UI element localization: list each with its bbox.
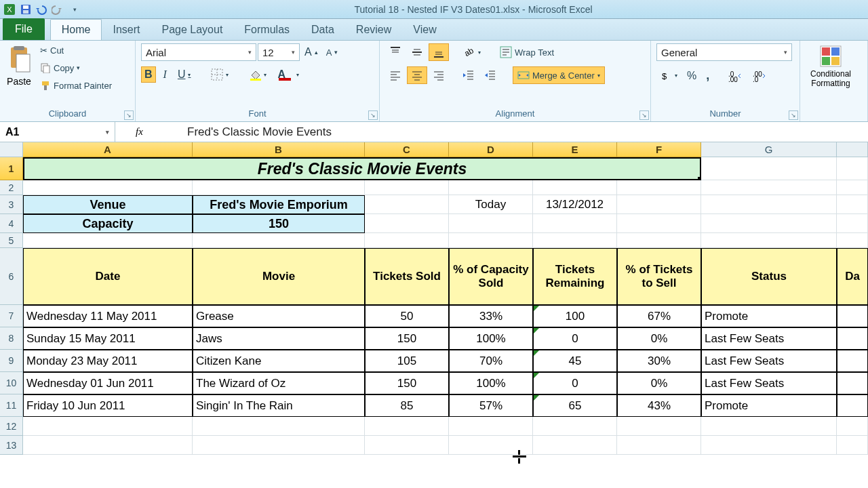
cell-date[interactable]: Monday 23 May 2011 — [23, 350, 193, 372]
today-label-cell[interactable]: Today — [449, 195, 533, 214]
align-top-button[interactable] — [385, 43, 406, 61]
hdr-partial[interactable]: Da — [837, 248, 868, 305]
cell[interactable] — [449, 233, 533, 248]
tab-home[interactable]: Home — [50, 19, 102, 40]
col-header-b[interactable]: B — [193, 142, 365, 157]
venue-cell[interactable]: Fred's Movie Emporium — [193, 195, 365, 214]
cell[interactable] — [701, 436, 837, 455]
cell[interactable] — [837, 350, 868, 372]
cell[interactable] — [837, 157, 868, 180]
italic-button[interactable]: I — [160, 66, 170, 83]
row-header-1[interactable]: 1 — [0, 157, 23, 180]
cell[interactable] — [533, 417, 617, 436]
cell-movie[interactable]: Jaws — [193, 327, 365, 350]
col-header-f[interactable]: F — [617, 142, 701, 157]
cell[interactable] — [193, 417, 365, 436]
hdr-pct-cap[interactable]: % of Capacity Sold — [449, 248, 533, 305]
cell[interactable] — [23, 233, 193, 248]
cell-pct-cap[interactable]: 100% — [449, 372, 533, 394]
decrease-decimal-button[interactable]: .00.0 — [749, 68, 771, 84]
cell[interactable] — [701, 157, 837, 180]
conditional-formatting-button[interactable]: Conditional Formatting — [806, 43, 856, 89]
merge-center-button[interactable]: Merge & Center▾ — [513, 66, 605, 84]
cell[interactable] — [365, 195, 449, 214]
cell[interactable] — [837, 305, 868, 327]
hdr-sold[interactable]: Tickets Sold — [365, 248, 449, 305]
cell[interactable] — [365, 214, 449, 233]
cell[interactable] — [23, 436, 193, 455]
qat-customize-icon[interactable]: ▾ — [68, 3, 81, 16]
cell[interactable] — [837, 327, 868, 350]
accounting-format-button[interactable]: $▾ — [656, 68, 681, 84]
comma-format-button[interactable]: , — [703, 66, 713, 85]
cell[interactable] — [617, 233, 701, 248]
number-format-combo[interactable]: General▾ — [656, 43, 792, 61]
cell[interactable] — [701, 180, 837, 195]
cut-button[interactable]: ✂Cut — [37, 43, 115, 58]
cell-pct-sell[interactable]: 67% — [617, 305, 701, 327]
cell[interactable] — [449, 436, 533, 455]
underline-button[interactable]: U▾ — [174, 66, 195, 83]
cell-sold[interactable]: 150 — [365, 327, 449, 350]
cell-status[interactable]: Last Few Seats — [701, 327, 837, 350]
row-header-11[interactable]: 11 — [0, 394, 23, 417]
bold-button[interactable]: B — [141, 66, 156, 83]
cell-sold[interactable]: 150 — [365, 372, 449, 394]
align-middle-button[interactable] — [407, 43, 427, 61]
cell[interactable] — [23, 180, 193, 195]
row-header-2[interactable]: 2 — [0, 180, 23, 195]
cell[interactable] — [837, 233, 868, 248]
row-header-12[interactable]: 12 — [0, 417, 23, 436]
col-header-c[interactable]: C — [365, 142, 449, 157]
cell[interactable] — [449, 214, 533, 233]
cell-date[interactable]: Wednesday 01 Jun 2011 — [23, 372, 193, 394]
cell[interactable] — [193, 180, 365, 195]
cell[interactable] — [617, 180, 701, 195]
increase-decimal-button[interactable]: .0.00 — [725, 68, 747, 84]
cell[interactable] — [533, 436, 617, 455]
capacity-label-cell[interactable]: Capacity — [23, 214, 193, 233]
cell[interactable] — [837, 417, 868, 436]
cell[interactable] — [617, 436, 701, 455]
borders-button[interactable]: ▾ — [208, 66, 232, 83]
tab-formulas[interactable]: Formulas — [233, 20, 300, 40]
cell[interactable] — [365, 417, 449, 436]
cell-movie[interactable]: Grease — [193, 305, 365, 327]
cell[interactable] — [837, 195, 868, 214]
hdr-status[interactable]: Status — [701, 248, 837, 305]
cell-date[interactable]: Wednesday 11 May 2011 — [23, 305, 193, 327]
increase-indent-button[interactable] — [480, 66, 500, 84]
fill-color-button[interactable]: ▾ — [245, 66, 270, 83]
tab-view[interactable]: View — [402, 20, 447, 40]
row-header-5[interactable]: 5 — [0, 233, 23, 248]
cell-date[interactable]: Sunday 15 May 2011 — [23, 327, 193, 350]
clipboard-launcher[interactable]: ↘ — [124, 110, 134, 120]
cell-remain[interactable]: 0 — [533, 327, 617, 350]
save-icon[interactable] — [19, 3, 33, 16]
font-launcher[interactable]: ↘ — [368, 110, 378, 120]
row-header-3[interactable]: 3 — [0, 195, 23, 214]
align-right-button[interactable] — [429, 66, 449, 84]
cell[interactable] — [617, 195, 701, 214]
hdr-pct-sell[interactable]: % of Tickets to Sell — [617, 248, 701, 305]
cell-remain[interactable]: 45 — [533, 350, 617, 372]
cell[interactable] — [23, 417, 193, 436]
row-header-7[interactable]: 7 — [0, 305, 23, 327]
cell[interactable] — [837, 372, 868, 394]
cell-remain[interactable]: 100 — [533, 305, 617, 327]
cell[interactable] — [533, 180, 617, 195]
row-header-4[interactable]: 4 — [0, 214, 23, 233]
paste-button[interactable]: Paste — [5, 43, 33, 88]
cell[interactable] — [837, 180, 868, 195]
align-center-button[interactable] — [407, 66, 427, 84]
capacity-cell[interactable]: 150 — [193, 214, 365, 233]
tab-review[interactable]: Review — [345, 20, 402, 40]
col-header-h[interactable] — [837, 142, 868, 157]
cell[interactable] — [533, 233, 617, 248]
decrease-indent-button[interactable] — [458, 66, 479, 84]
cell-status[interactable]: Promote — [701, 305, 837, 327]
font-color-button[interactable]: A▾ — [274, 66, 302, 83]
cell[interactable] — [617, 214, 701, 233]
cell[interactable] — [837, 436, 868, 455]
cell-sold[interactable]: 50 — [365, 305, 449, 327]
